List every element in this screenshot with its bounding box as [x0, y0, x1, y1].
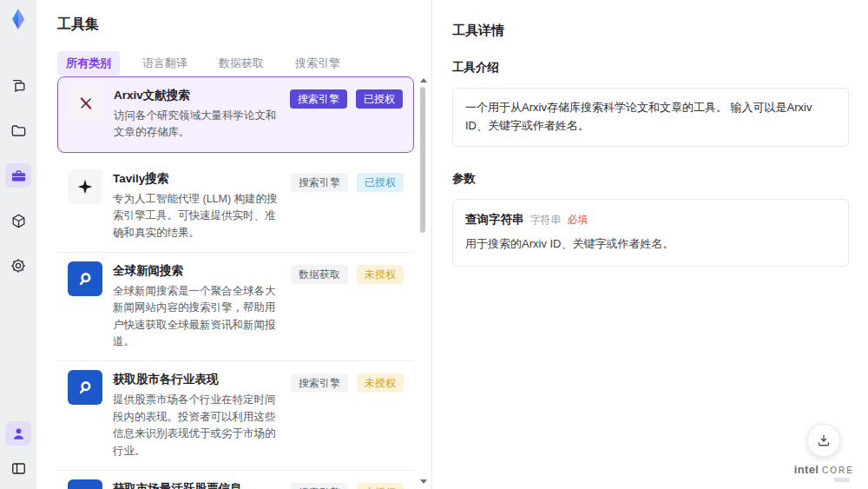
tool-list-item[interactable]: Tavily搜索 专为人工智能代理 (LLM) 构建的搜索引擎工具。可快速提供实… — [57, 161, 414, 253]
tool-category-badge: 搜索引擎 — [291, 483, 348, 489]
tool-status-badge: 已授权 — [357, 173, 404, 192]
detail-title: 工具详情 — [452, 23, 849, 39]
tool-list: Arxiv文献搜索 访问各个研究领域大量科学论文和文章的存储库。 搜索引擎 已授… — [57, 76, 414, 489]
tools-panel: 工具集 所有类别 语言翻译 数据获取 搜索引擎 Arxiv文献搜索 访问各个研究… — [36, 0, 432, 489]
tool-name: 获取股市各行业表现 — [113, 372, 280, 387]
tool-category-badge: 搜索引擎 — [290, 89, 347, 109]
tool-list-item[interactable]: 获取股市各行业表现 提供股票市场各个行业在特定时间段内的表现。投资者可以利用这些… — [57, 361, 414, 471]
sidebar — [0, 0, 36, 489]
tool-name: 获取市场最活跃股票信息 — [113, 481, 280, 489]
tool-detail-panel: 工具详情 工具介绍 一个用于从Arxiv存储库搜索科学论文和文章的工具。 输入可… — [433, 0, 868, 489]
blue-search-icon — [68, 261, 102, 296]
panel-toggle-icon[interactable] — [5, 456, 31, 480]
param-required-badge: 必填 — [568, 213, 589, 228]
scrollbar-thumb[interactable] — [420, 87, 425, 233]
blue-search-icon — [68, 370, 102, 405]
tool-status-badge: 已授权 — [356, 89, 403, 109]
sidebar-nav — [5, 73, 31, 278]
tool-description: 提供股票市场各个行业在特定时间段内的表现。投资者可以利用这些信息来识别表现优于或… — [113, 392, 280, 459]
app-window: 工具集 所有类别 语言翻译 数据获取 搜索引擎 Arxiv文献搜索 访问各个研究… — [0, 0, 868, 489]
tavily-star-icon — [68, 169, 102, 204]
tool-name: Arxiv文献搜索 — [114, 88, 279, 103]
tool-description: 访问各个研究领域大量科学论文和文章的存储库。 — [114, 108, 279, 142]
arxiv-logo-icon — [69, 86, 103, 121]
tool-param-box: 查询字符串 字符串 必填 用于搜索的Arxiv ID、关键字或作者姓名。 — [452, 199, 849, 267]
nav-models-icon[interactable] — [5, 208, 31, 233]
intel-core-badge — [834, 478, 850, 482]
tool-description: 全球新闻搜索是一个聚合全球各大新闻网站内容的搜索引擎，帮助用户快速获取全球最新资… — [113, 283, 280, 351]
tool-name: 全球新闻搜索 — [113, 263, 280, 279]
tool-name: Tavily搜索 — [113, 171, 280, 187]
nav-files-icon[interactable] — [5, 118, 31, 142]
tab-language-translation[interactable]: 语言翻译 — [134, 51, 196, 76]
nav-settings-icon[interactable] — [5, 254, 31, 278]
user-profile-icon[interactable] — [5, 421, 31, 446]
param-name: 查询字符串 — [465, 212, 524, 228]
tab-data-acquisition[interactable]: 数据获取 — [210, 51, 273, 76]
page-title: 工具集 — [57, 16, 431, 34]
tool-intro-text: 一个用于从Arxiv存储库搜索科学论文和文章的工具。 输入可以是Arxiv ID… — [465, 101, 812, 132]
tool-description: 专为人工智能代理 (LLM) 构建的搜索引擎工具。可快速提供实时、准确和真实的结… — [113, 191, 280, 241]
tool-category-badge: 搜索引擎 — [291, 173, 348, 192]
corner-widgets: intel core — [794, 424, 854, 482]
scrollbar — [419, 78, 427, 484]
tool-list-item[interactable]: Arxiv文献搜索 访问各个研究领域大量科学论文和文章的存储库。 搜索引擎 已授… — [57, 76, 414, 153]
nav-tools-icon[interactable] — [5, 163, 31, 188]
tool-list-item[interactable]: 获取市场最活跃股票信息 提供当天交易量最高的股票列表，投资者可以利用这些信息来识… — [57, 471, 414, 489]
param-description: 用于搜索的Arxiv ID、关键字或作者姓名。 — [465, 236, 836, 252]
tool-status-badge: 未授权 — [357, 483, 404, 489]
nav-chat-icon[interactable] — [5, 73, 31, 97]
tool-category-badge: 搜索引擎 — [291, 373, 348, 393]
blue-search-icon — [68, 479, 102, 489]
intro-heading: 工具介绍 — [452, 60, 849, 76]
params-heading: 参数 — [452, 171, 849, 187]
tab-search-engine[interactable]: 搜索引擎 — [286, 51, 349, 76]
tool-status-badge: 未授权 — [357, 373, 404, 393]
scroll-up-arrow-icon[interactable] — [420, 78, 427, 83]
param-type: 字符串 — [530, 213, 562, 228]
category-tabs: 所有类别 语言翻译 数据获取 搜索引擎 — [57, 51, 431, 76]
tab-all-categories[interactable]: 所有类别 — [57, 51, 120, 76]
intel-core-logo: intel core — [794, 463, 854, 476]
tool-intro-box: 一个用于从Arxiv存储库搜索科学论文和文章的工具。 输入可以是Arxiv ID… — [452, 88, 849, 147]
sidebar-bottom — [5, 421, 31, 480]
tool-list-item[interactable]: 全球新闻搜索 全球新闻搜索是一个聚合全球各大新闻网站内容的搜索引擎，帮助用户快速… — [57, 253, 414, 362]
tool-status-badge: 未授权 — [357, 265, 404, 284]
tool-category-badge: 数据获取 — [291, 265, 348, 284]
app-logo-icon[interactable] — [6, 7, 30, 31]
scroll-down-arrow-icon[interactable] — [420, 479, 427, 484]
download-button[interactable] — [807, 424, 840, 457]
